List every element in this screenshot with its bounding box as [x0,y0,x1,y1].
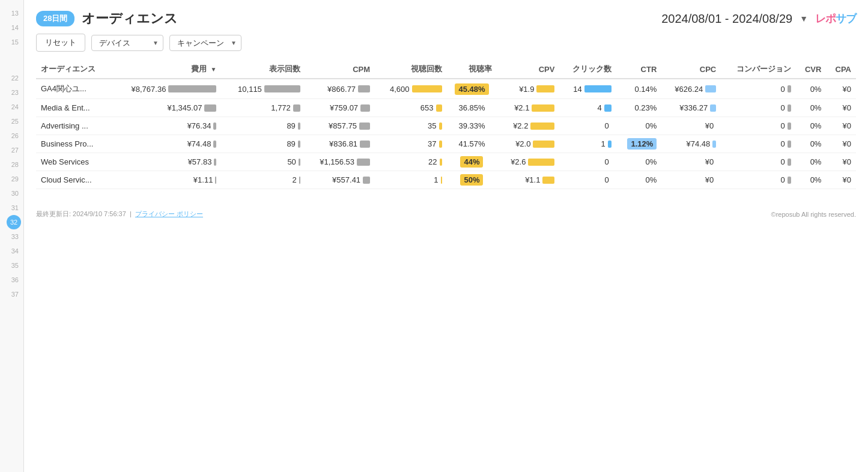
cell-cvr: 0% [796,153,827,171]
cell-cost: ¥76.34 [111,117,222,135]
cell-cpc: ¥626.24 [661,79,721,99]
cell-audience: Business Pro... [36,135,111,153]
page-header: 28日間 オーディエンス 2024/08/01 - 2024/08/29 ▼ レ… [24,0,868,34]
table-row: Media & Ent...¥1,345.07 1,772 ¥759.07 65… [36,99,856,117]
cell-audience: Cloud Servic... [36,171,111,189]
cell-views: 22 [375,153,446,171]
device-filter-wrapper: デバイス ▼ [91,35,163,51]
cell-cpc: ¥74.48 [661,135,721,153]
logo: レポサブ [815,11,856,26]
cell-clicks: 0 [559,153,616,171]
cell-impressions: 50 [221,153,305,171]
cell-views: 4,600 [375,79,446,99]
table-header-row: オーディエンス 費用 ▼ 表示回数 CPM 視聴回数 視聴率 CPV クリック数… [36,60,856,79]
header-right: 2024/08/01 - 2024/08/29 ▼ レポサブ [661,11,856,26]
cell-views: 35 [375,117,446,135]
date-range-dropdown[interactable]: ▼ [800,14,808,23]
cell-clicks: 4 [559,99,616,117]
cell-impressions: 89 [221,117,305,135]
cell-conversions: 0 [721,99,796,117]
device-filter[interactable]: デバイス [91,35,163,51]
copyright: ©reposub All rights reserved. [771,211,856,218]
reset-button[interactable]: リセット [36,34,85,52]
cell-cpm: ¥557.41 [305,171,375,189]
cell-cost: ¥8,767.36 [111,79,222,99]
cell-audience: GA4関心ユ... [36,79,111,99]
cell-vtr: 41.57% [447,135,497,153]
cell-cpm: ¥866.77 [305,79,375,99]
cell-views: 653 [375,99,446,117]
cell-cpa: ¥0 [826,135,856,153]
header-left: 28日間 オーディエンス [36,10,178,28]
cell-cpa: ¥0 [826,117,856,135]
cell-cpv: ¥2.2 [497,117,559,135]
cell-clicks: 0 [559,117,616,135]
cell-ctr: 1.12% [616,135,662,153]
col-header-cpv: CPV [497,60,559,79]
col-header-cvr: CVR [796,60,827,79]
cell-ctr: 0.23% [616,99,662,117]
table-row: Web Services¥57.83 50 ¥1,156.53 22 44%¥2… [36,153,856,171]
cell-clicks: 1 [559,135,616,153]
cell-cpc: ¥0 [661,171,721,189]
col-header-impressions: 表示回数 [221,60,305,79]
cell-cpv: ¥1.1 [497,171,559,189]
col-header-cpa: CPA [826,60,856,79]
cell-vtr: 39.33% [447,117,497,135]
filter-row: リセット デバイス ▼ キャンペーン ▼ [24,34,868,60]
campaign-filter-wrapper: キャンペーン ▼ [169,35,241,51]
col-header-audience: オーディエンス [36,60,111,79]
cell-cpv: ¥1.9 [497,79,559,99]
page-title: オーディエンス [82,10,178,28]
line-numbers: 13 14 15 22 23 24 25 26 27 28 29 30 31 3… [0,0,24,227]
cell-cost: ¥1,345.07 [111,99,222,117]
col-header-cpc: CPC [661,60,721,79]
cell-cvr: 0% [796,117,827,135]
cell-cpm: ¥836.81 [305,135,375,153]
last-updated: 最終更新日: 2024/9/10 7:56:37 [36,210,126,217]
table-row: GA4関心ユ...¥8,767.36 10,115 ¥866.77 4,600 … [36,79,856,99]
cell-views: 37 [375,135,446,153]
cell-cpm: ¥857.75 [305,117,375,135]
cell-impressions: 1,772 [221,99,305,117]
cell-ctr: 0% [616,153,662,171]
cell-vtr: 45.48% [447,79,497,99]
cell-cost: ¥1.11 [111,171,222,189]
cell-cpa: ¥0 [826,171,856,189]
cell-cvr: 0% [796,99,827,117]
cell-cvr: 0% [796,171,827,189]
cell-clicks: 0 [559,171,616,189]
cell-cpa: ¥0 [826,79,856,99]
cell-cpc: ¥0 [661,153,721,171]
cell-cvr: 0% [796,135,827,153]
cell-cpc: ¥0 [661,117,721,135]
cell-impressions: 2 [221,171,305,189]
cell-audience: Advertising ... [36,117,111,135]
col-header-ctr: CTR [616,60,662,79]
table-body: GA4関心ユ...¥8,767.36 10,115 ¥866.77 4,600 … [36,79,856,189]
cell-impressions: 89 [221,135,305,153]
cell-conversions: 0 [721,79,796,99]
campaign-filter[interactable]: キャンペーン [169,35,241,51]
data-table: オーディエンス 費用 ▼ 表示回数 CPM 視聴回数 視聴率 CPV クリック数… [36,60,856,189]
cell-cost: ¥74.48 [111,135,222,153]
privacy-link[interactable]: プライバシー ポリシー [135,210,203,217]
cell-conversions: 0 [721,153,796,171]
cell-conversions: 0 [721,171,796,189]
cell-cvr: 0% [796,79,827,99]
cell-impressions: 10,115 [221,79,305,99]
col-header-cost[interactable]: 費用 ▼ [111,60,222,79]
cell-cpm: ¥1,156.53 [305,153,375,171]
cell-vtr: 36.85% [447,99,497,117]
cell-cost: ¥57.83 [111,153,222,171]
cell-clicks: 14 [559,79,616,99]
cell-cpv: ¥2.0 [497,135,559,153]
cell-views: 1 [375,171,446,189]
date-range: 2024/08/01 - 2024/08/29 [661,12,792,26]
cell-cpm: ¥759.07 [305,99,375,117]
cell-cpa: ¥0 [826,99,856,117]
col-header-vtr: 視聴率 [447,60,497,79]
cell-cpa: ¥0 [826,153,856,171]
table-row: Cloud Servic...¥1.11 2 ¥557.41 1 50%¥1.1… [36,171,856,189]
col-header-clicks: クリック数 [559,60,616,79]
